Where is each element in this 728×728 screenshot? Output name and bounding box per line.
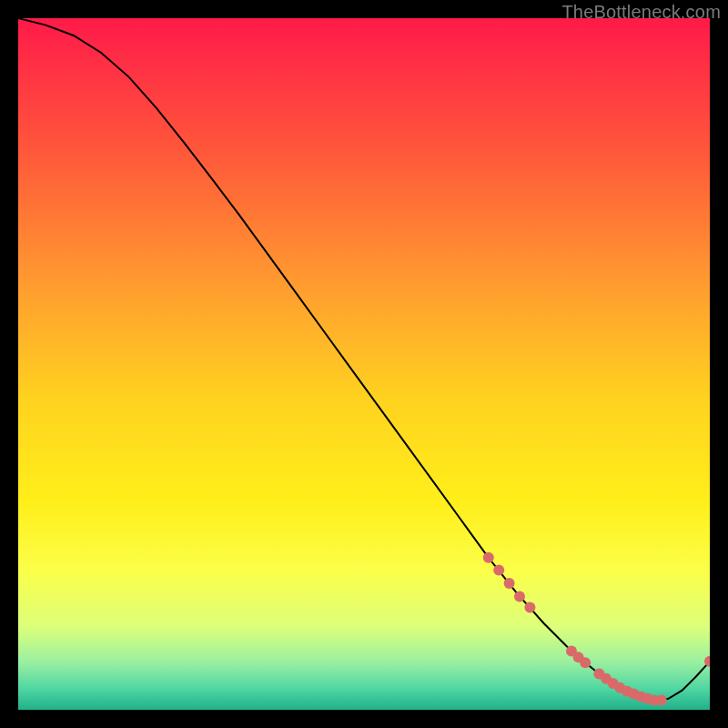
highlight-dot bbox=[493, 565, 504, 576]
chart-svg bbox=[18, 18, 710, 710]
highlight-dot bbox=[483, 552, 494, 563]
highlight-dot bbox=[656, 694, 667, 705]
highlight-dot bbox=[514, 591, 525, 602]
chart-stage: TheBottleneck.com bbox=[0, 0, 728, 728]
chart-background bbox=[18, 18, 710, 710]
highlight-dot bbox=[580, 657, 591, 668]
highlight-dot bbox=[504, 578, 515, 589]
highlight-dot bbox=[524, 602, 535, 613]
